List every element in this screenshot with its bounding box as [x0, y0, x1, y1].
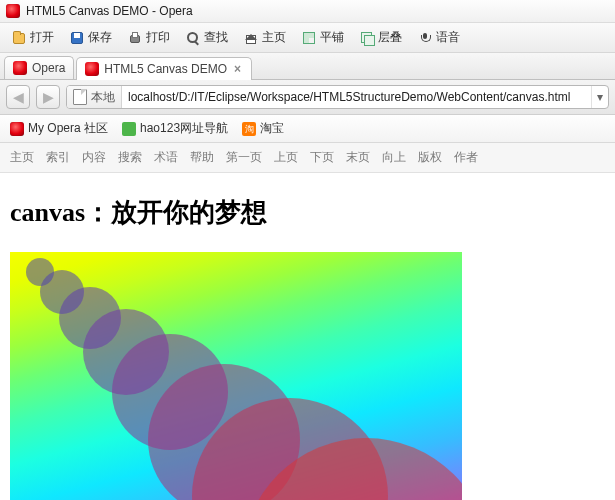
badge-label: 本地 [91, 89, 115, 106]
bookmark-label: 淘宝 [260, 120, 284, 137]
tab-strip: Opera HTML5 Canvas DEMO × [0, 53, 615, 80]
subnav-link[interactable]: 末页 [346, 149, 370, 166]
menu-cascade[interactable]: 层叠 [354, 26, 408, 49]
arrow-right-icon: ▶ [43, 90, 54, 104]
menu-label: 查找 [204, 29, 228, 46]
page-content: canvas：放开你的梦想 [0, 173, 615, 500]
address-history-dropdown[interactable]: ▾ [591, 86, 608, 108]
tab-opera[interactable]: Opera [4, 56, 74, 79]
opera-favicon-icon [13, 61, 27, 75]
bookmark-myopera[interactable]: My Opera 社区 [10, 120, 108, 137]
tab-close-button[interactable]: × [232, 62, 243, 76]
menu-print[interactable]: 打印 [122, 26, 176, 49]
search-icon [186, 31, 200, 45]
canvas-demo-output [10, 252, 462, 500]
taobao-favicon-icon [242, 122, 256, 136]
opera-favicon-icon [85, 62, 99, 76]
menu-label: 语音 [436, 29, 460, 46]
save-icon [70, 31, 84, 45]
subnav-link[interactable]: 下页 [310, 149, 334, 166]
bookmark-label: My Opera 社区 [28, 120, 108, 137]
nav-forward-button[interactable]: ▶ [36, 85, 60, 109]
address-toolbar: ◀ ▶ 本地 ▾ [0, 80, 615, 115]
url-input[interactable] [122, 90, 591, 104]
cascade-windows-icon [360, 31, 374, 45]
tab-label: Opera [32, 61, 65, 75]
menu-find[interactable]: 查找 [180, 26, 234, 49]
address-field[interactable]: 本地 ▾ [66, 85, 609, 109]
menu-label: 打印 [146, 29, 170, 46]
subnav-link[interactable]: 第一页 [226, 149, 262, 166]
bookmark-hao123[interactable]: hao123网址导航 [122, 120, 228, 137]
subnav-link[interactable]: 帮助 [190, 149, 214, 166]
home-icon [244, 31, 258, 45]
menu-label: 保存 [88, 29, 112, 46]
subnav-link[interactable]: 版权 [418, 149, 442, 166]
subnav-link[interactable]: 作者 [454, 149, 478, 166]
print-icon [128, 31, 142, 45]
opera-favicon-icon [10, 122, 24, 136]
menu-label: 打开 [30, 29, 54, 46]
subnav-link[interactable]: 上页 [274, 149, 298, 166]
subnav-link[interactable]: 主页 [10, 149, 34, 166]
bookmark-taobao[interactable]: 淘宝 [242, 120, 284, 137]
microphone-icon [418, 31, 432, 45]
subnav-link[interactable]: 索引 [46, 149, 70, 166]
page-section-nav: 主页 索引 内容 搜索 术语 帮助 第一页 上页 下页 末页 向上 版权 作者 [0, 143, 615, 173]
url-scheme-badge[interactable]: 本地 [67, 86, 122, 108]
tab-canvas-demo[interactable]: HTML5 Canvas DEMO × [76, 57, 252, 80]
folder-open-icon [12, 31, 26, 45]
subnav-link[interactable]: 内容 [82, 149, 106, 166]
page-heading: canvas：放开你的梦想 [10, 195, 605, 230]
menu-label: 主页 [262, 29, 286, 46]
menu-tile[interactable]: 平铺 [296, 26, 350, 49]
nav-back-button[interactable]: ◀ [6, 85, 30, 109]
main-menu-bar: 打开 保存 打印 查找 主页 平铺 层叠 语音 [0, 23, 615, 53]
menu-label: 平铺 [320, 29, 344, 46]
subnav-link[interactable]: 术语 [154, 149, 178, 166]
subnav-link[interactable]: 向上 [382, 149, 406, 166]
hao123-favicon-icon [122, 122, 136, 136]
chevron-down-icon: ▾ [597, 90, 603, 104]
document-icon [73, 89, 87, 105]
menu-label: 层叠 [378, 29, 402, 46]
bookmark-label: hao123网址导航 [140, 120, 228, 137]
tile-windows-icon [302, 31, 316, 45]
subnav-link[interactable]: 搜索 [118, 149, 142, 166]
menu-open[interactable]: 打开 [6, 26, 60, 49]
menu-home[interactable]: 主页 [238, 26, 292, 49]
window-title-bar: HTML5 Canvas DEMO - Opera [0, 0, 615, 23]
window-title: HTML5 Canvas DEMO - Opera [26, 4, 193, 18]
arrow-left-icon: ◀ [13, 90, 24, 104]
menu-voice[interactable]: 语音 [412, 26, 466, 49]
tab-label: HTML5 Canvas DEMO [104, 62, 227, 76]
opera-icon [6, 4, 20, 18]
menu-save[interactable]: 保存 [64, 26, 118, 49]
bookmarks-bar: My Opera 社区 hao123网址导航 淘宝 [0, 115, 615, 143]
